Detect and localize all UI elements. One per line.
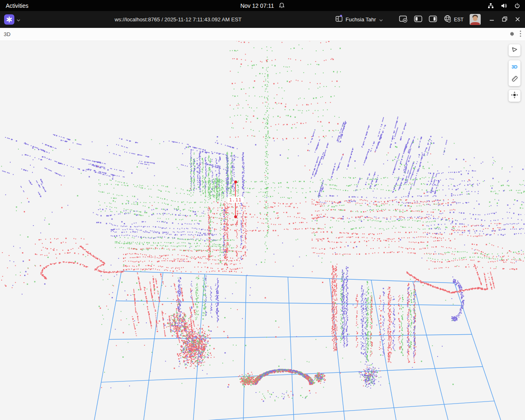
desktop-top-bar: Activities Nov 12 07:11 [0, 0, 525, 11]
camera-controls-button[interactable] [509, 90, 520, 102]
measure-tool-button[interactable] [509, 73, 520, 86]
close-button[interactable] [515, 16, 520, 23]
view-tools-group: 3D [509, 60, 520, 86]
right-sidebar-toggle-button[interactable] [429, 15, 437, 24]
network-icon [488, 3, 494, 9]
volume-icon [501, 3, 507, 9]
timezone-button[interactable]: EST [443, 15, 463, 24]
user-avatar[interactable] [470, 14, 481, 25]
ruler-icon [511, 75, 518, 84]
measurement-endpoint-top[interactable] [234, 180, 237, 183]
layout-name-label: Fuchsia Tahr [345, 16, 376, 23]
chevron-down-icon [379, 16, 383, 23]
restore-button[interactable] [502, 16, 507, 23]
app-menu-button[interactable] [4, 14, 21, 25]
clock-menu[interactable]: Nov 12 07:11 [240, 2, 285, 9]
panel-title: 3D [4, 31, 11, 37]
layout-menu-button[interactable]: Fuchsia Tahr [336, 16, 383, 24]
chevron-down-icon [16, 16, 21, 23]
perspective-toggle-button[interactable]: 3D [509, 61, 520, 73]
panel-header: 3D [0, 28, 525, 41]
app-title-bar: ws://localhost:8765 / 2025-11-12 7:11:43… [0, 11, 525, 28]
data-source-status[interactable]: ws://localhost:8765 / 2025-11-12 7:11:43… [21, 16, 336, 23]
activities-button[interactable]: Activities [6, 2, 28, 9]
pointcloud-canvas[interactable] [0, 41, 525, 420]
clock-label: Nov 12 07:11 [240, 2, 274, 9]
timezone-label: EST [454, 17, 463, 23]
system-status-menu[interactable] [488, 3, 520, 9]
globe-clock-icon [443, 15, 452, 24]
3d-viewport: 1.11 3D [0, 41, 525, 420]
notification-bell-icon [279, 2, 285, 9]
panel-settings-gear-icon[interactable] [508, 30, 514, 38]
power-icon [514, 3, 520, 9]
measurement-endpoint-bottom[interactable] [234, 215, 237, 218]
add-panel-button[interactable] [399, 15, 408, 25]
window-controls [489, 16, 520, 23]
pointer-triangle-icon [511, 46, 518, 55]
measurement-value-label: 1.11 [228, 197, 244, 203]
layout-icon [336, 16, 342, 24]
title-bar-actions: Fuchsia Tahr EST [336, 14, 520, 25]
left-sidebar-toggle-button[interactable] [414, 15, 422, 24]
pan-orbit-icon [511, 91, 518, 100]
app-logo-icon [4, 14, 14, 25]
perspective-label: 3D [511, 64, 518, 69]
select-tool-button[interactable] [509, 44, 520, 56]
panel-menu-kebab-icon[interactable] [520, 30, 521, 39]
minimize-button[interactable] [489, 16, 494, 23]
